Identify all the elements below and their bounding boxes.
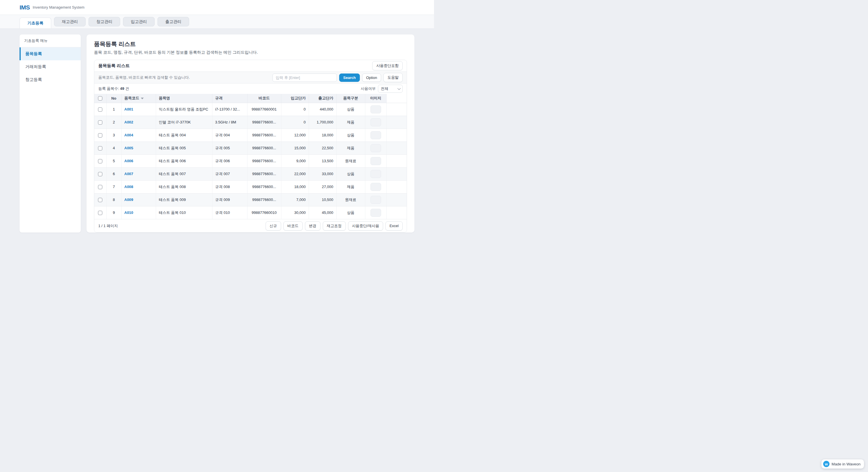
table-row: 6A007테스트 품목 007규격 0079988776600...22,000…	[94, 167, 407, 180]
table-row: 7A008테스트 품목 008규격 0089988776600...18,000…	[94, 180, 407, 193]
item-code-link[interactable]: A006	[124, 159, 133, 163]
image-placeholder	[370, 144, 381, 152]
item-name-cell: 테스트 품목 005	[156, 141, 212, 155]
page-title: 품목등록 리스트	[94, 40, 407, 48]
column-header-spec[interactable]: 규격	[212, 94, 247, 103]
edit-button[interactable]: 변경	[305, 222, 320, 231]
count-prefix: 등록 품목수:	[98, 87, 119, 91]
include-discontinued-button[interactable]: 사용중단포함	[372, 61, 403, 70]
panel-title: 품목등록 리스트	[98, 63, 130, 69]
row-checkbox[interactable]	[98, 120, 102, 125]
row-spacer-cell	[386, 141, 407, 155]
tab-basic-registration[interactable]: 기초등록	[20, 18, 51, 28]
row-checkbox-cell	[94, 193, 106, 206]
app-logo: IMS	[20, 4, 30, 11]
row-no: 3	[106, 129, 121, 141]
item-spec-cell: i7-13700 / 32...	[212, 103, 247, 116]
column-header-category[interactable]: 품목구분	[336, 94, 365, 103]
excel-button[interactable]: Excel	[385, 222, 403, 231]
select-all-checkbox[interactable]	[98, 96, 102, 100]
item-barcode-cell: 9988776600...	[247, 155, 281, 167]
item-code-link[interactable]: A001	[124, 107, 133, 111]
stock-adjust-button[interactable]: 재고조정	[323, 222, 346, 231]
item-in-price-cell: 7,000	[281, 193, 309, 206]
use-status-select[interactable]: 전체	[378, 85, 403, 93]
item-code-link[interactable]: A009	[124, 198, 133, 202]
item-name-cell: 익스트림 울트라 명품 조립PC	[156, 103, 212, 116]
item-barcode-cell: 998877660010	[247, 206, 281, 219]
row-checkbox[interactable]	[98, 107, 102, 112]
item-in-price-cell: 12,000	[281, 129, 309, 141]
row-checkbox[interactable]	[98, 133, 102, 137]
item-in-price-cell: 0	[281, 103, 309, 116]
image-placeholder	[370, 183, 381, 191]
search-input[interactable]	[273, 73, 337, 82]
column-header-no[interactable]: No	[106, 94, 121, 103]
column-header-item-name[interactable]: 품목명	[156, 94, 212, 103]
column-header-barcode[interactable]: 바코드	[247, 94, 281, 103]
barcode-button[interactable]: 바코드	[283, 222, 303, 231]
use-status-filter: 사용여부 전체	[361, 85, 403, 93]
tab-stock-management[interactable]: 재고관리	[54, 17, 86, 26]
item-category-cell: 상품	[336, 206, 365, 219]
app-subtitle: Inventory Management System	[33, 5, 85, 9]
row-checkbox[interactable]	[98, 211, 102, 215]
column-header-out-price[interactable]: 출고단가	[309, 94, 336, 103]
item-code-cell: A009	[121, 193, 156, 206]
tab-warehouse-management[interactable]: 창고관리	[89, 17, 120, 26]
item-table-header: No 품목코드 품목명 규격 바코드 입고단가 출고단가 품목구분 이미지	[94, 94, 407, 103]
discontinue-reuse-button[interactable]: 사용중단/재사용	[348, 222, 383, 231]
item-image-cell	[365, 167, 386, 180]
tab-inbound-management[interactable]: 입고관리	[123, 17, 155, 26]
use-status-selected-value: 전체	[381, 86, 388, 91]
item-code-link[interactable]: A007	[124, 172, 133, 176]
row-checkbox[interactable]	[98, 198, 102, 202]
row-checkbox-cell	[94, 103, 106, 116]
app-header: IMS Inventory Management System	[0, 0, 434, 15]
item-code-link[interactable]: A004	[124, 133, 133, 137]
item-code-link[interactable]: A010	[124, 210, 133, 215]
footer-buttons: 신규 바코드 변경 재고조정 사용중단/재사용 Excel	[266, 222, 403, 231]
help-button[interactable]: 도움말	[383, 73, 403, 82]
row-checkbox[interactable]	[98, 172, 102, 176]
item-spec-cell: 규격 008	[212, 180, 247, 193]
item-barcode-cell: 9988776600...	[247, 141, 281, 155]
item-image-cell	[365, 129, 386, 141]
search-button[interactable]: Search	[339, 73, 360, 82]
sidebar-item-warehouse-registration[interactable]: 창고등록	[20, 73, 81, 86]
count-suffix: 건	[125, 87, 129, 91]
item-code-link[interactable]: A002	[124, 120, 133, 124]
item-barcode-cell: 9988776600...	[247, 129, 281, 141]
row-checkbox-cell	[94, 206, 106, 219]
row-spacer-cell	[386, 103, 407, 116]
item-code-link[interactable]: A005	[124, 146, 133, 150]
row-checkbox[interactable]	[98, 159, 102, 163]
item-spec-cell: 규격 009	[212, 193, 247, 206]
item-image-cell	[365, 180, 386, 193]
sidebar-item-vendor-registration[interactable]: 거래처등록	[20, 60, 81, 73]
row-spacer-cell	[386, 180, 407, 193]
row-spacer-cell	[386, 167, 407, 180]
new-button[interactable]: 신규	[266, 222, 281, 231]
main-card: 품목등록 리스트 품목 코드, 명칭, 규격, 단위, 바코드 등의 기본 정보…	[87, 34, 414, 233]
column-header-item-code[interactable]: 품목코드	[121, 94, 156, 103]
row-checkbox[interactable]	[98, 146, 102, 150]
item-name-cell: 테스트 품목 007	[156, 167, 212, 180]
item-out-price-cell: 10,500	[309, 193, 336, 206]
column-header-in-price[interactable]: 입고단가	[281, 94, 309, 103]
row-checkbox-cell	[94, 141, 106, 155]
image-placeholder	[370, 118, 381, 126]
item-code-link[interactable]: A008	[124, 184, 133, 189]
item-code-cell: A005	[121, 141, 156, 155]
row-spacer-cell	[386, 206, 407, 219]
sidebar-item-item-registration[interactable]: 품목등록	[20, 47, 81, 60]
item-code-cell: A008	[121, 180, 156, 193]
column-header-image[interactable]: 이미지	[365, 94, 386, 103]
item-image-cell	[365, 193, 386, 206]
table-row: 5A006테스트 품목 006규격 0069988776600...9,0001…	[94, 155, 407, 167]
tab-outbound-management[interactable]: 출고관리	[157, 17, 189, 26]
image-placeholder	[370, 157, 381, 165]
row-spacer-cell	[386, 193, 407, 206]
row-checkbox[interactable]	[98, 185, 102, 189]
option-button[interactable]: Option	[362, 73, 381, 82]
